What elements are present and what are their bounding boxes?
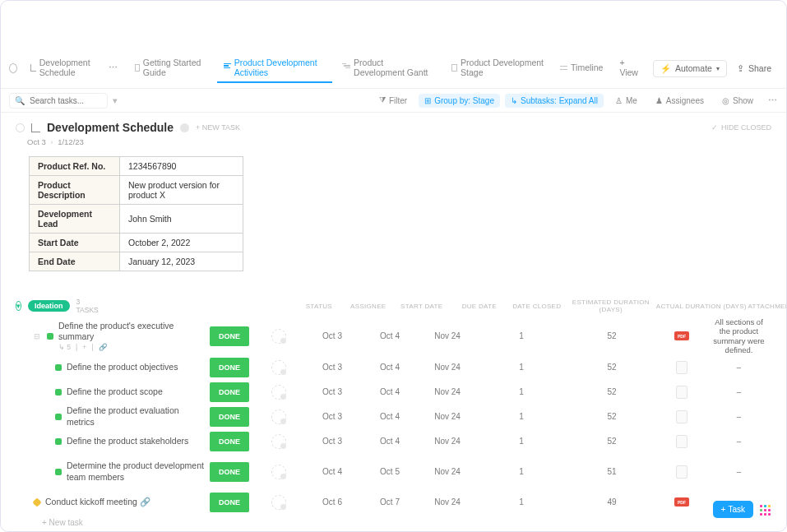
task-row[interactable]: Define the product scope DONE Oct 3 Oct … [1,380,786,405]
show-label: Show [733,96,753,105]
attachment-icon[interactable] [676,386,687,399]
task-row[interactable]: Define the product objectives DONE Oct 3… [1,355,786,380]
status-pill[interactable]: DONE [210,407,249,427]
assignees-label: Assignees [666,96,704,105]
status-pill[interactable]: DONE [210,462,249,482]
assignees-button[interactable]: ♟ Assignees [649,93,711,109]
actual-cell: 52 [567,437,657,446]
info-icon[interactable] [180,123,189,132]
task-row[interactable]: Determine the product development team m… [1,454,786,490]
page-title: Development Schedule [47,121,174,134]
filter-bar: 🔍 ▾ ⧩ Filter ⊞ Group by: Stage ↳ Subtask… [1,89,786,113]
search-input[interactable] [30,96,87,105]
remarks-cell: – [706,467,771,476]
info-row: Development LeadJohn Smith [30,205,243,234]
filter-button[interactable]: ⧩ Filter [373,92,414,109]
new-task-float-button[interactable]: + Task [713,501,753,518]
task-row[interactable]: Define the product stakeholders DONE Oct… [1,429,786,454]
board-icon [451,64,457,72]
assignee-placeholder[interactable] [271,434,286,449]
settings-icon[interactable] [9,63,17,73]
view-tab-getting-started[interactable]: Getting Started Guide [128,53,214,83]
subtasks-button[interactable]: ↳ Subtasks: Expand All [505,94,604,108]
tree-toggle[interactable]: ⊟ [34,332,40,340]
share-button[interactable]: ⇪ Share [730,61,778,76]
assignee-placeholder[interactable] [271,465,286,479]
view-tab-development-schedule[interactable]: Development Schedule ⋯ [24,53,125,83]
info-row: Product Ref. No.1234567890 [30,157,243,176]
pdf-icon[interactable]: PDF [674,497,689,507]
view-tab-product-dev-activities[interactable]: Product Development Activities [217,53,332,83]
status-square-icon[interactable] [55,389,62,396]
group-by-button[interactable]: ⊞ Group by: Stage [419,94,500,108]
person-icon: ♙ [615,96,623,105]
col-attach: ATTACHMENT [747,303,787,310]
status-square-icon[interactable] [55,364,62,371]
new-task-button[interactable]: + NEW TASK [196,123,240,132]
assignee-placeholder[interactable] [271,409,286,424]
view-tab-timeline[interactable]: Timeline [553,58,609,78]
plus-icon: + [721,505,726,514]
group-header: ▾ Ideation 3 TASKS STATUS ASSIGNEE START… [1,294,786,317]
assignee-placeholder[interactable] [271,360,286,375]
search-input-wrap[interactable]: 🔍 [9,93,108,109]
apps-icon[interactable] [758,503,771,516]
actual-cell: 52 [567,387,657,396]
chevron-down-icon[interactable]: ▾ [113,95,118,106]
check-icon: ✓ [711,123,718,132]
status-pill[interactable]: DONE [210,382,249,402]
automate-button[interactable]: ⚡ Automate ▾ [653,60,727,77]
status-pill[interactable]: DONE [210,432,249,451]
status-pill[interactable]: DONE [210,358,249,377]
task-row[interactable]: Define the product evaluation metrics DO… [1,405,786,429]
collapse-toggle[interactable]: ▾ [16,301,21,311]
actual-cell: 52 [567,363,657,372]
collapse-icon[interactable] [16,123,25,132]
status-square-icon[interactable] [55,438,62,445]
add-view-button[interactable]: + View [613,53,646,83]
actual-cell: 49 [567,497,657,507]
plus-icon[interactable]: + [82,343,86,351]
attachment-icon[interactable] [676,410,687,423]
status-square-icon[interactable] [47,333,53,340]
attachment-icon[interactable] [676,435,687,448]
view-tab-stage[interactable]: Product Development Stage [445,53,550,83]
list-icon [31,123,40,132]
me-button[interactable]: ♙ Me [609,93,644,109]
status-pill[interactable]: DONE [210,493,249,512]
status-square-icon[interactable] [55,414,62,420]
assignee-placeholder[interactable] [271,385,286,400]
show-button[interactable]: ◎ Show [715,93,760,109]
task-row[interactable]: ⊟ Define the product's executive summary… [1,317,786,355]
subtask-icon[interactable]: ↳ 5 [58,343,71,351]
start-date-cell: Oct 3 [303,412,361,421]
status-square-icon[interactable] [55,469,62,475]
due-date-cell: Oct 4 [361,412,419,421]
link-icon[interactable]: 🔗 [140,497,150,507]
start-date-cell: Oct 3 [303,363,361,372]
estimated-cell: 1 [476,363,567,372]
link-icon[interactable]: 🔗 [99,343,108,351]
task-row[interactable]: Conduct kickoff meeting 🔗 DONE Oct 6 Oct… [1,490,786,515]
task-name-cell: ⊟ Define the product's executive summary… [16,321,205,351]
attachment-icon[interactable] [676,361,687,374]
view-tab-gantt[interactable]: Product Development Gantt [336,53,442,83]
doc-icon [135,64,140,72]
new-task-row[interactable]: + New task [1,515,786,530]
attachment-icon[interactable] [676,465,687,479]
hide-closed-button[interactable]: ✓ HIDE CLOSED [711,123,771,132]
status-pill[interactable]: DONE [210,326,249,346]
view-tab-label: Getting Started Guide [143,58,207,77]
date-closed-cell: Nov 24 [419,363,476,372]
chevron-right-icon: › [50,137,53,146]
group-badge[interactable]: Ideation [28,300,70,312]
pdf-icon[interactable]: PDF [674,331,689,340]
assignee-placeholder[interactable] [271,495,286,510]
ellipsis-icon[interactable]: ⋯ [109,62,118,72]
more-icon[interactable]: ⋯ [768,95,778,106]
task-name-cell: Conduct kickoff meeting 🔗 [16,497,205,507]
end-date: 1/12/23 [58,137,84,146]
task-name-cell: Define the product objectives [16,362,205,372]
status-square-icon[interactable] [32,497,41,507]
assignee-placeholder[interactable] [271,329,286,344]
